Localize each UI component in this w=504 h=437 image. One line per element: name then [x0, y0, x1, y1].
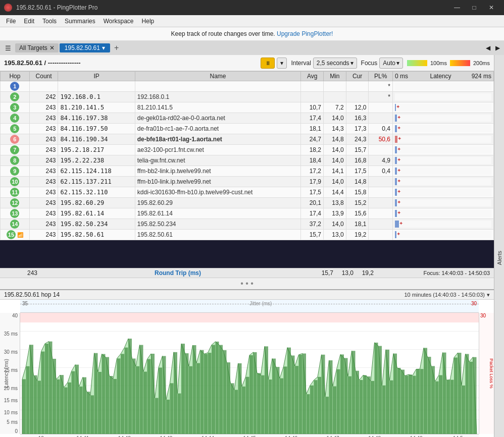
hop-num-cell[interactable]: 3 [1, 102, 30, 113]
hop-num-cell[interactable]: 11 [1, 187, 30, 198]
interval-dropdown[interactable]: 2,5 seconds ▾ [313, 58, 357, 69]
ip-cell[interactable]: 62.115.137.211 [58, 177, 135, 187]
name-cell: ffm-bb2-link.ip.twelve99.net [135, 166, 300, 177]
hop-num-cell[interactable]: 14 [1, 219, 30, 230]
close-button[interactable]: ✕ [483, 0, 500, 15]
maximize-button[interactable]: □ [466, 0, 483, 15]
svg-rect-83 [337, 369, 340, 434]
menu-help[interactable]: Help [138, 17, 159, 26]
pl-cell [369, 208, 393, 219]
ip-cell[interactable]: 62.115.32.110 [58, 187, 135, 198]
ip-cell[interactable]: 195.82.60.29 [58, 198, 135, 208]
ip-cell[interactable]: 195.2.18.217 [58, 145, 135, 155]
interval-group: Interval 2,5 seconds ▾ [291, 58, 357, 69]
latency-bar-bg: ✦ [395, 157, 491, 164]
ip-cell[interactable]: 84.116.197.50 [58, 124, 135, 134]
chevron-down-icon[interactable]: ▾ [102, 44, 105, 51]
hop-badge: 7 [10, 145, 19, 154]
svg-rect-55 [231, 383, 234, 434]
hop-num-cell[interactable]: 10 [1, 177, 30, 187]
svg-rect-87 [352, 351, 356, 434]
y-top-label-35: 35 [22, 301, 28, 306]
hop-num-cell[interactable]: 6 [1, 134, 30, 145]
svg-rect-41 [178, 394, 181, 434]
upgrade-link[interactable]: Upgrade PingPlotter! [277, 30, 333, 37]
tab-active[interactable]: 195.82.50.61 ▾ [60, 43, 110, 52]
svg-rect-40 [174, 352, 177, 434]
focus-dropdown[interactable]: Auto ▾ [379, 58, 403, 69]
pl-cell [369, 230, 393, 240]
ip-cell[interactable]: 195.82.50.234 [58, 219, 135, 230]
svg-rect-43 [185, 353, 189, 434]
ip-cell[interactable]: 84.116.190.34 [58, 134, 135, 145]
latency-dot: ✦ [397, 125, 401, 131]
svg-rect-76 [310, 386, 314, 434]
alerts-panel[interactable]: Alerts [494, 55, 504, 437]
latency-bar-bg: ✦ [395, 104, 491, 111]
svg-rect-54 [227, 362, 230, 434]
tab-all-targets[interactable]: All Targets ✕ [15, 43, 59, 52]
graph-header: 195.82.50.61 hop 14 10 minutes (14:40:03… [0, 290, 494, 300]
hop-num-cell[interactable]: 2 [1, 92, 30, 102]
latency-legend: 100ms 200ms [407, 60, 490, 66]
hop-num-cell[interactable]: 1 [1, 81, 30, 92]
pause-dropdown[interactable]: ▾ [277, 58, 287, 69]
cur-cell: 17,3 [346, 124, 369, 134]
hop-num-cell[interactable]: 13 [1, 208, 30, 219]
tab-all-label: All Targets [19, 44, 47, 51]
ip-cell[interactable]: 84.116.197.38 [58, 113, 135, 124]
svg-rect-111 [443, 353, 446, 434]
svg-rect-96 [386, 350, 389, 434]
expand-icon[interactable]: ▾ [487, 292, 490, 298]
interval-label: Interval [291, 60, 311, 67]
cur-cell: 18,1 [346, 219, 369, 230]
ip-cell[interactable]: 195.82.50.61 [58, 230, 135, 240]
hop-num-cell[interactable]: 4 [1, 113, 30, 124]
hop-num-cell[interactable]: 12 [1, 198, 30, 208]
svg-rect-66 [272, 359, 276, 434]
x-label-1449: 14:49 [395, 434, 437, 437]
name-cell: 81.210.141.5 [135, 102, 300, 113]
count-cell: 243 [29, 124, 58, 134]
add-tab-button[interactable]: + [111, 42, 122, 53]
tab-menu-button[interactable]: ☰ [2, 43, 14, 53]
hop-num-cell[interactable]: 5 [1, 124, 30, 134]
menu-summaries[interactable]: Summaries [61, 17, 99, 26]
hop-num-cell[interactable]: 7 [1, 145, 30, 155]
svg-rect-6 [45, 344, 48, 434]
avg-cell: 17,5 [301, 187, 324, 198]
tab-prev-button[interactable]: ◀ [484, 43, 492, 52]
collapse-handle[interactable]: • • • [0, 278, 494, 289]
count-cell: 243 [29, 177, 58, 187]
ip-cell[interactable]: 81.210.141.5 [58, 102, 135, 113]
x-label-1443: 14:43 [145, 434, 187, 437]
menu-tools[interactable]: Tools [38, 17, 61, 26]
ip-cell[interactable] [58, 81, 135, 92]
x-axis: 10 14:41 14:42 14:43 14:44 14:45 14:46 1… [20, 434, 479, 437]
menu-workspace[interactable]: Workspace [99, 17, 138, 26]
tab-next-button[interactable]: ▶ [493, 43, 502, 52]
ip-cell[interactable]: 195.2.22.238 [58, 155, 135, 166]
name-cell: 195.82.50.61 [135, 230, 300, 240]
ip-cell[interactable]: 195.82.61.14 [58, 208, 135, 219]
pause-button[interactable]: ⏸ [261, 58, 275, 69]
ip-cell[interactable]: 62.115.124.118 [58, 166, 135, 177]
svg-rect-92 [371, 381, 374, 434]
menu-edit[interactable]: Edit [20, 17, 38, 26]
latency-dot: ✦ [397, 136, 401, 141]
hop-num-cell[interactable]: 9 [1, 166, 30, 177]
svg-rect-103 [413, 376, 416, 434]
tab-all-close[interactable]: ✕ [49, 44, 55, 51]
svg-rect-25 [117, 358, 121, 434]
count-cell: 243 [29, 134, 58, 145]
hop-num-cell[interactable]: 8 [1, 155, 30, 166]
cur-cell: 15,2 [346, 198, 369, 208]
col-pl: PL% [369, 72, 393, 81]
hop-table: Hop Count IP Name Avg Min Cur PL% 0 ms 9… [0, 71, 494, 240]
minimize-button[interactable]: — [448, 0, 466, 15]
menu-file[interactable]: File [2, 17, 20, 26]
hop-num-cell[interactable]: 15 📶 [1, 230, 30, 240]
svg-rect-105 [420, 369, 424, 434]
ip-cell[interactable]: 192.168.0.1 [58, 92, 135, 102]
svg-rect-23 [110, 376, 113, 434]
